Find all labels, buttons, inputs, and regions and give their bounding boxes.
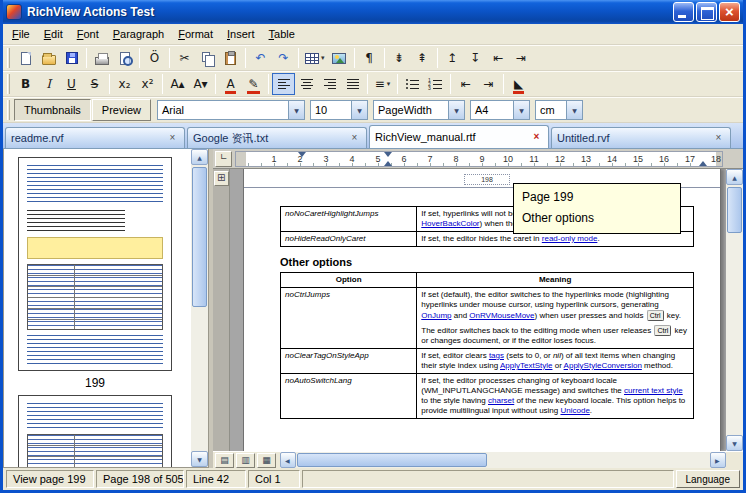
- left-indent-marker[interactable]: [384, 161, 392, 166]
- doc-link[interactable]: Unicode: [560, 406, 589, 415]
- menu-font[interactable]: Font: [70, 26, 106, 42]
- numbering-button[interactable]: [424, 73, 447, 95]
- continuous-view-button[interactable]: [236, 453, 255, 468]
- document-horizontal-scrollbar[interactable]: [280, 452, 726, 468]
- fill-color-button[interactable]: ◣: [507, 73, 530, 95]
- tab-richview-manual-rtf[interactable]: RichView_manual.rtf×: [369, 125, 549, 148]
- move-item-up-button[interactable]: ↥: [441, 47, 464, 69]
- subscript-button[interactable]: x₂: [113, 73, 136, 95]
- horizontal-ruler[interactable]: 123456789101112131415161718: [235, 151, 723, 167]
- doc-link[interactable]: current text style: [624, 386, 683, 395]
- menu-edit[interactable]: Edit: [37, 26, 70, 42]
- print-button[interactable]: [90, 47, 113, 69]
- toolbar-grip[interactable]: [7, 48, 10, 68]
- decrease-indent-button[interactable]: ⇤: [454, 73, 477, 95]
- tab-close-icon[interactable]: ×: [348, 132, 361, 145]
- toolbar-grip[interactable]: [7, 100, 10, 120]
- copy-button[interactable]: [196, 47, 219, 69]
- toolbar-grip[interactable]: [7, 74, 10, 94]
- align-center-button[interactable]: [295, 73, 318, 95]
- doc-link[interactable]: OnRVMouseMove: [469, 311, 534, 320]
- doc-link[interactable]: ApplyStyleConversion: [564, 361, 642, 370]
- scroll-up-icon[interactable]: [191, 149, 208, 165]
- tab-stop-selector-button[interactable]: [215, 151, 232, 167]
- language-button[interactable]: Language: [676, 470, 741, 488]
- scroll-right-icon[interactable]: [710, 452, 726, 468]
- doc-link[interactable]: OnJump: [421, 311, 451, 320]
- single-page-view-button[interactable]: [215, 453, 234, 468]
- insert-picture-button[interactable]: [328, 47, 351, 69]
- scrollbar-thumb[interactable]: [297, 453, 487, 467]
- bold-button[interactable]: B: [14, 73, 37, 95]
- scroll-up-icon[interactable]: [726, 169, 743, 185]
- superscript-button[interactable]: x²: [136, 73, 159, 95]
- scroll-left-icon[interactable]: [280, 452, 296, 468]
- paste-button[interactable]: [219, 47, 242, 69]
- page-thumbnail-current[interactable]: [18, 157, 172, 371]
- align-right-button[interactable]: [318, 73, 341, 95]
- facing-pages-view-button[interactable]: [257, 453, 276, 468]
- font-size-combo[interactable]: 10: [310, 100, 368, 120]
- doc-link[interactable]: charset: [488, 396, 514, 405]
- maximize-button[interactable]: [696, 2, 717, 22]
- document-vertical-scrollbar[interactable]: [726, 169, 743, 451]
- tab-untitled-rvf[interactable]: Untitled.rvf×: [551, 127, 731, 148]
- chevron-down-icon[interactable]: [448, 101, 464, 119]
- paper-size-combo[interactable]: A4: [470, 100, 530, 120]
- font-name-combo[interactable]: Arial: [157, 100, 305, 120]
- thumbnails-scrollbar[interactable]: [191, 149, 208, 467]
- tab-close-icon[interactable]: ×: [712, 132, 725, 145]
- insert-table-button[interactable]: ▾: [302, 47, 328, 69]
- underline-button[interactable]: U: [60, 73, 83, 95]
- doc-link[interactable]: ApplyTextStyle: [500, 361, 552, 370]
- scrollbar-thumb[interactable]: [192, 167, 207, 307]
- thumbnails-toggle-button[interactable]: Thumbnails: [14, 99, 91, 121]
- cut-button[interactable]: ✂: [173, 47, 196, 69]
- units-combo[interactable]: cm: [535, 100, 583, 120]
- increase-indent-button[interactable]: ⇥: [477, 73, 500, 95]
- title-bar[interactable]: RichView Actions Test: [3, 0, 743, 24]
- minimize-button[interactable]: [673, 2, 694, 22]
- menu-table[interactable]: Table: [262, 26, 302, 42]
- doc-link[interactable]: read-only mode: [542, 234, 598, 243]
- undo-button[interactable]: ↶: [249, 47, 272, 69]
- page-grid-button[interactable]: [214, 171, 229, 186]
- menu-paragraph[interactable]: Paragraph: [106, 26, 171, 42]
- page-thumbnail-next[interactable]: [18, 395, 172, 468]
- line-spacing-button[interactable]: ≡▾: [371, 73, 394, 95]
- tab-close-icon[interactable]: ×: [530, 131, 543, 144]
- font-color-button[interactable]: A: [219, 73, 242, 95]
- scroll-down-icon[interactable]: [191, 451, 208, 467]
- doc-link[interactable]: HoverBackColor: [421, 219, 479, 228]
- first-line-indent-marker[interactable]: [384, 152, 392, 157]
- text-highlight-button[interactable]: ✎: [242, 73, 265, 95]
- print-preview-button[interactable]: [113, 47, 136, 69]
- tab-readme-rvf[interactable]: readme.rvf×: [5, 127, 185, 148]
- move-item-down-button[interactable]: ↧: [464, 47, 487, 69]
- grow-font-button[interactable]: A▴: [166, 73, 189, 95]
- insert-symbol-button[interactable]: Ö: [143, 47, 166, 69]
- zoom-combo[interactable]: PageWidth: [373, 100, 465, 120]
- chevron-down-icon[interactable]: [288, 101, 304, 119]
- shrink-font-button[interactable]: A▾: [189, 73, 212, 95]
- chevron-down-icon[interactable]: [351, 101, 367, 119]
- document-canvas[interactable]: 198 noNoCaretHighlightJumpsIf set, hyper…: [213, 169, 743, 451]
- doc-link[interactable]: tags: [489, 351, 504, 360]
- chevron-down-icon[interactable]: [513, 101, 529, 119]
- outdent-paragraph-button[interactable]: ⇤: [487, 47, 510, 69]
- align-justify-button[interactable]: [341, 73, 364, 95]
- delete-page-break-button[interactable]: ⇞: [411, 47, 434, 69]
- show-paragraph-marks-button[interactable]: ¶: [358, 47, 381, 69]
- tab-close-icon[interactable]: ×: [166, 132, 179, 145]
- scroll-down-icon[interactable]: [726, 435, 743, 451]
- italic-button[interactable]: I: [37, 73, 60, 95]
- menu-format[interactable]: Format: [171, 26, 220, 42]
- menu-file[interactable]: File: [5, 26, 37, 42]
- preview-toggle-button[interactable]: Preview: [92, 99, 151, 121]
- menu-insert[interactable]: Insert: [220, 26, 262, 42]
- strikethrough-button[interactable]: S: [83, 73, 106, 95]
- close-button[interactable]: [719, 2, 740, 22]
- align-left-button[interactable]: [272, 73, 295, 95]
- chevron-down-icon[interactable]: [566, 101, 582, 119]
- redo-button[interactable]: ↷: [272, 47, 295, 69]
